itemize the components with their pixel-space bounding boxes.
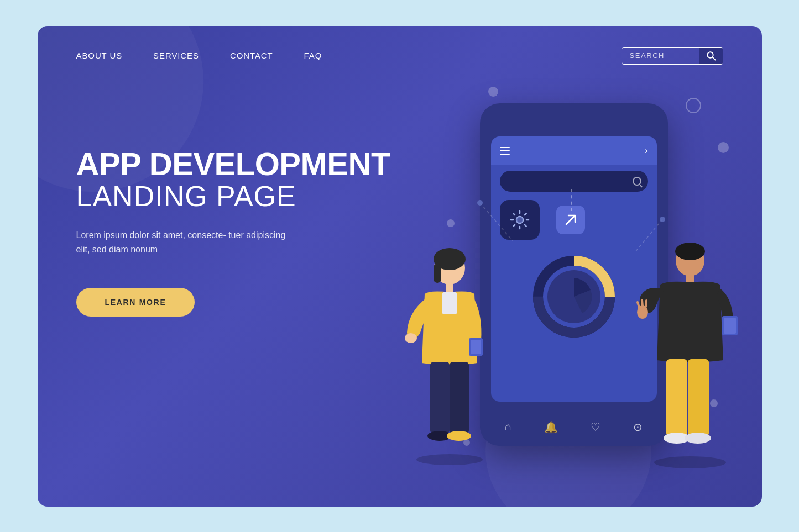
search-icon: [706, 51, 716, 61]
svg-line-27: [646, 301, 646, 307]
svg-point-19: [447, 431, 471, 441]
svg-rect-23: [686, 274, 694, 283]
svg-line-1: [712, 57, 715, 60]
nav-services[interactable]: SERVICES: [153, 51, 199, 60]
hero-title-bold: APP DEVELOPMENT: [76, 148, 390, 181]
svg-rect-29: [724, 318, 736, 334]
hero-description: Lorem ipsum dolor sit amet, consecte- tu…: [76, 228, 286, 257]
svg-point-13: [405, 333, 417, 343]
phone-search-icon: [633, 177, 641, 186]
search-button[interactable]: [699, 48, 723, 64]
dashed-line-vertical: [571, 189, 572, 211]
nav-contact[interactable]: CONTACT: [230, 51, 273, 60]
deco-dot-1: [488, 87, 498, 97]
svg-rect-31: [688, 359, 709, 436]
home-icon: ⌂: [505, 420, 511, 433]
svg-point-3: [516, 217, 523, 223]
arrow-app-group: [556, 206, 585, 234]
navigation: ABOUT US SERVICES CONTACT FAQ: [38, 26, 762, 65]
nav-links: ABOUT US SERVICES CONTACT FAQ: [76, 51, 322, 60]
svg-rect-16: [430, 362, 450, 434]
svg-rect-12: [442, 292, 457, 314]
donut-chart-svg: [530, 252, 618, 341]
heart-icon: ♡: [591, 420, 600, 434]
nav-faq[interactable]: FAQ: [304, 51, 322, 60]
woman-figure: [397, 230, 502, 473]
learn-more-button[interactable]: LEARN MORE: [76, 288, 195, 317]
landing-page: ABOUT US SERVICES CONTACT FAQ APP DEVELO…: [38, 26, 762, 507]
svg-rect-15: [471, 340, 481, 354]
svg-rect-17: [450, 362, 469, 434]
svg-rect-10: [434, 264, 441, 283]
donut-chart: [530, 252, 618, 343]
phone-illustration: ›: [391, 70, 745, 490]
svg-line-25: [638, 302, 639, 308]
deco-dot-3: [718, 142, 729, 153]
search-bar: [622, 47, 723, 65]
phone-apps: [500, 200, 585, 240]
hamburger-icon: [500, 147, 510, 155]
hero-title-light: LANDING PAGE: [76, 181, 390, 212]
man-figure: [635, 225, 745, 479]
deco-dot-outline-1: [686, 98, 701, 113]
phone-topbar: ›: [491, 136, 657, 165]
nav-about-us[interactable]: ABOUT US: [76, 51, 123, 60]
svg-rect-11: [446, 282, 453, 292]
search-input[interactable]: [622, 48, 699, 63]
svg-line-26: [642, 300, 643, 306]
svg-point-33: [685, 433, 711, 444]
svg-point-20: [416, 454, 483, 465]
phone-screen: ›: [491, 136, 657, 402]
gear-app-icon: [500, 200, 540, 240]
bell-icon: 🔔: [544, 420, 558, 434]
arrow-svg: [563, 212, 578, 228]
hero-section: APP DEVELOPMENT LANDING PAGE Lorem ipsum…: [76, 148, 390, 317]
svg-point-34: [654, 456, 726, 468]
svg-rect-30: [666, 359, 687, 436]
svg-point-22: [675, 243, 705, 260]
chevron-right-icon: ›: [645, 146, 647, 156]
gear-svg: [508, 208, 532, 232]
deco-dot-2: [447, 219, 455, 227]
phone-search-bar: [500, 171, 648, 192]
